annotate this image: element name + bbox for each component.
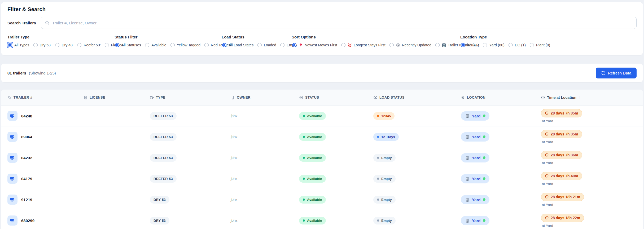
table-row[interactable]: 04232 REEFER 53 jbhz Available Empty Yar… — [1, 147, 643, 168]
trailer-number: 04179 — [21, 177, 32, 181]
at-location-label: at Yard — [541, 203, 553, 207]
clock-icon — [545, 174, 549, 178]
radio-option-all-statuses[interactable]: All Statuses — [115, 42, 141, 48]
radio-option-dry-53[interactable]: Dry 53' — [33, 42, 51, 48]
alarm-clock-icon — [348, 43, 352, 47]
trailer-avatar — [7, 215, 17, 226]
building-icon — [465, 197, 470, 202]
trailer-avatar — [7, 132, 17, 142]
search-box[interactable] — [41, 17, 637, 29]
pushpin-icon — [299, 43, 303, 47]
phone-icon — [231, 95, 235, 100]
load-status-badge: Empty — [373, 175, 396, 183]
radio-option-plant[interactable]: Plant (0) — [529, 42, 550, 48]
trailer-icon — [10, 113, 15, 119]
radio-unchecked-icon — [280, 43, 284, 47]
trailer-count: 81 trailers — [7, 71, 26, 75]
sort-options-label: Sort Options — [292, 35, 460, 39]
at-location-label: at Yard — [541, 182, 553, 186]
owner-value: jbhz — [231, 114, 299, 118]
column-header-license[interactable]: LICENSE — [84, 95, 150, 100]
trailer-icon — [10, 176, 15, 182]
type-badge: DRY 53 — [150, 196, 169, 204]
table-row[interactable]: 91219 DRY 53 jbhz Available Empty Yard 2… — [1, 189, 643, 210]
column-header-status[interactable]: STATUS — [299, 95, 373, 100]
radio-checked-icon — [115, 43, 119, 47]
location-status-dot — [483, 114, 485, 117]
radio-option-all-locations[interactable]: All (81) — [460, 42, 479, 48]
trailer-icon — [10, 218, 15, 223]
radio-option-yellow-tagged[interactable]: Yellow Tagged — [170, 42, 201, 48]
status-dot — [303, 115, 305, 117]
refresh-icon — [601, 71, 606, 75]
status-badge: Available — [299, 154, 326, 162]
radio-option-loaded[interactable]: Loaded — [257, 42, 276, 48]
trailer-number: 91219 — [21, 197, 32, 202]
location-status-dot — [483, 177, 485, 180]
trailer-avatar — [7, 174, 17, 184]
radio-unchecked-icon — [77, 43, 81, 47]
load-status-badge: Empty — [373, 217, 396, 224]
search-input[interactable] — [52, 21, 633, 25]
radio-checked-icon — [292, 43, 296, 47]
at-location-label: at Yard — [541, 140, 553, 144]
filter-group-load-status: Load Status All Load States Loaded Empty — [222, 35, 292, 48]
showing-range: (Showing 1-25) — [29, 71, 56, 75]
building-icon — [465, 155, 470, 160]
location-badge: Yard — [461, 132, 489, 142]
document-icon — [84, 95, 88, 100]
time-at-location-badge: 28 days 7h 35m — [541, 109, 582, 117]
time-at-location-badge: 28 days 7h 36m — [541, 151, 582, 159]
column-header-type[interactable]: TYPE — [150, 95, 231, 100]
status-badge: Available — [299, 175, 326, 183]
radio-checked-icon — [8, 43, 12, 47]
clock-icon — [545, 153, 549, 157]
radio-option-all-types[interactable]: All Types — [7, 42, 29, 48]
radio-option-yard[interactable]: Yard (80) — [482, 42, 504, 48]
radio-option-longest-stays-first[interactable]: Longest Stays First — [341, 42, 385, 48]
tag-icon — [7, 95, 12, 100]
input-numbers-icon — [442, 43, 446, 47]
radio-option-all-load-states[interactable]: All Load States — [222, 42, 253, 48]
radio-option-newest-moves-first[interactable]: Newest Moves First — [292, 42, 337, 48]
check-circle-icon — [299, 95, 303, 100]
status-dot — [303, 178, 305, 180]
trailer-icon — [10, 155, 15, 161]
building-icon — [465, 113, 470, 118]
column-header-location[interactable]: LOCATION — [461, 95, 541, 100]
trailer-avatar — [7, 153, 17, 163]
column-header-owner[interactable]: OWNER — [231, 95, 299, 100]
radio-option-reefer-53[interactable]: Reefer 53' — [77, 42, 100, 48]
time-at-location-badge: 28 days 7h 35m — [541, 130, 582, 138]
radio-option-available[interactable]: Available — [144, 42, 167, 48]
column-header-trailer[interactable]: TRAILER # — [7, 95, 84, 100]
refresh-data-button[interactable]: Refresh Data — [596, 68, 637, 78]
time-at-location-badge: 28 days 7h 40m — [541, 172, 582, 180]
column-header-load-status[interactable]: LOAD STATUS — [373, 95, 461, 100]
status-dot — [303, 157, 305, 159]
load-status-dot — [377, 115, 379, 117]
clock-icon — [545, 111, 549, 115]
location-status-dot — [483, 156, 485, 159]
filter-search-panel: Filter & Search Search Trailers Trailer … — [1, 2, 643, 55]
sort-ascending-icon[interactable]: ↑ — [579, 95, 581, 100]
radio-unchecked-icon — [483, 43, 487, 47]
location-type-label: Location Type — [460, 35, 637, 39]
radio-unchecked-icon — [341, 43, 345, 47]
column-header-time-at-location[interactable]: Time at Location↑ — [541, 95, 639, 100]
table-row[interactable]: 69964 REEFER 53 jbhz Available 12 Trays … — [1, 126, 643, 147]
radio-unchecked-icon — [389, 43, 394, 47]
table-row[interactable]: 04179 REEFER 53 jbhz Available Empty Yar… — [1, 168, 643, 189]
table-row[interactable]: 04248 REEFER 53 jbhz Available 12345 Yar… — [1, 105, 643, 126]
radio-option-recently-updated[interactable]: Recently Updated — [389, 42, 431, 48]
trailer-icon — [10, 134, 15, 140]
at-location-label: at Yard — [541, 119, 553, 123]
filter-group-status: Status Filter All Statuses Available Yel… — [115, 35, 222, 48]
radio-option-dc[interactable]: DC (1) — [508, 42, 526, 48]
radio-option-dry-48[interactable]: Dry 48' — [55, 42, 73, 48]
table-row[interactable]: 680299 DRY 53 jbhz Available Empty Yard … — [1, 210, 643, 229]
filter-groups: Trailer Type All Types Dry 53' Dry 48' — [7, 35, 637, 48]
status-badge: Available — [299, 196, 326, 204]
load-status-badge: Empty — [373, 154, 396, 162]
status-badge: Available — [299, 112, 326, 120]
